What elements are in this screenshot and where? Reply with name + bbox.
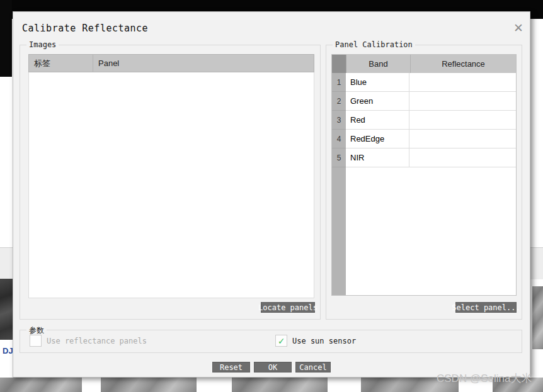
panel-calibration-rows: 1Blue2Green3Red4RedEdge5NIR [332, 73, 516, 167]
thumbnail [0, 279, 13, 340]
row-number: 2 [332, 92, 346, 111]
app-dark-edge [0, 0, 12, 77]
reset-button[interactable]: Reset [212, 362, 250, 372]
table-row[interactable]: 1Blue [332, 73, 516, 92]
thumbnail [0, 378, 82, 392]
use-sun-sensor-label: Use sun sensor [292, 337, 356, 345]
cancel-button[interactable]: Cancel [295, 362, 331, 372]
band-cell: RedEdge [346, 130, 409, 148]
images-table: 标签 Panel [28, 54, 314, 298]
ok-button[interactable]: OK [254, 362, 292, 372]
locate-panels-button[interactable]: Locate panels [261, 302, 315, 313]
images-table-header: 标签 Panel [28, 54, 314, 72]
panel-calibration-group-label: Panel Calibration [333, 40, 415, 49]
column-header-label: 标签 [29, 55, 93, 72]
band-cell: NIR [346, 148, 409, 167]
use-sun-sensor-option[interactable]: ✓ Use sun sensor [275, 335, 356, 347]
select-panel-button[interactable]: Select panel... [455, 302, 517, 313]
screen: DJI CSDN @Selina大米 Calibrate Reflectance… [0, 0, 543, 392]
calibrate-reflectance-dialog: Calibrate Reflectance ✕ Images 标签 Panel … [13, 11, 530, 378]
corner-cell [332, 55, 346, 73]
column-header-panel: Panel [93, 55, 314, 72]
row-number: 4 [332, 130, 346, 148]
reflectance-cell[interactable] [409, 148, 516, 167]
use-reflectance-panels-checkbox[interactable]: ✓ [30, 335, 42, 347]
reflectance-cell[interactable] [409, 73, 516, 92]
band-cell: Red [346, 111, 409, 130]
table-row[interactable]: 3Red [332, 111, 516, 130]
reflectance-cell[interactable] [409, 92, 516, 111]
watermark: CSDN @Selina大米 [437, 371, 532, 386]
parameters-group: 参数 ✓ Use reflectance panels ✓ Use sun se… [20, 330, 522, 353]
table-row[interactable]: 4RedEdge [332, 130, 516, 148]
band-cell: Green [346, 92, 409, 111]
column-header-band: Band [346, 55, 411, 73]
panel-calibration-table: Band Reflectance 1Blue2Green3Red4RedEdge… [331, 54, 517, 296]
use-reflectance-panels-label: Use reflectance panels [47, 337, 147, 345]
use-reflectance-panels-option[interactable]: ✓ Use reflectance panels [30, 335, 147, 347]
panel-table-header: Band Reflectance [332, 55, 516, 73]
row-number: 3 [332, 111, 346, 130]
dialog-title: Calibrate Reflectance [22, 23, 148, 34]
thumbnail [532, 286, 543, 349]
images-table-body[interactable] [28, 72, 314, 298]
close-icon[interactable]: ✕ [511, 21, 526, 36]
reflectance-cell[interactable] [409, 111, 516, 130]
column-header-reflectance: Reflectance [411, 55, 516, 73]
table-row[interactable]: 2Green [332, 92, 516, 111]
panel-calibration-group: Panel Calibration Band Reflectance 1Blue… [326, 45, 522, 320]
row-number: 5 [332, 148, 346, 167]
check-icon: ✓ [278, 335, 285, 347]
thumbnail [101, 378, 197, 392]
band-cell: Blue [346, 73, 409, 92]
row-number: 1 [332, 73, 346, 92]
reflectance-cell[interactable] [409, 130, 516, 148]
images-group-label: Images [26, 40, 59, 49]
images-group: Images 标签 Panel Locate panels [20, 45, 321, 320]
use-sun-sensor-checkbox[interactable]: ✓ [275, 335, 287, 347]
thumbnail [232, 378, 328, 392]
table-row[interactable]: 5NIR [332, 148, 516, 167]
